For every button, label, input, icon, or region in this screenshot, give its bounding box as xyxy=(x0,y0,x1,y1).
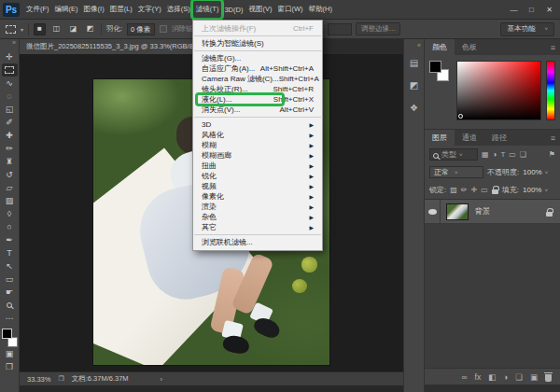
blur-tool[interactable]: ◊ xyxy=(2,207,18,220)
dock-properties-icon[interactable]: ▤ xyxy=(407,56,422,71)
toolbox-collapse-icon[interactable]: » xyxy=(12,39,19,50)
menu-image[interactable]: 图像(I) xyxy=(81,1,107,18)
menu-layer[interactable]: 图层(L) xyxy=(107,1,135,18)
menu-item-blur-gallery[interactable]: 模糊画廊 ▶ xyxy=(193,150,322,161)
menu-help[interactable]: 帮助(H) xyxy=(306,1,335,18)
menu-window[interactable]: 窗口(W) xyxy=(274,1,305,18)
tab-swatches[interactable]: 色板 xyxy=(455,39,484,55)
spot-healing-brush-tool[interactable]: ✚ xyxy=(2,129,18,142)
menu-item-video[interactable]: 视频 ▶ xyxy=(193,181,322,191)
workspace-switcher[interactable]: 基本功能 ˅ xyxy=(500,22,554,36)
color-spectrum-picker[interactable] xyxy=(456,61,541,120)
menu-filter[interactable]: 滤镜(T) xyxy=(193,1,222,18)
menu-file[interactable]: 文件(F) xyxy=(23,1,52,18)
menu-type[interactable]: 文字(Y) xyxy=(135,1,164,18)
foreground-color-swatch[interactable] xyxy=(429,61,441,73)
antialias-checkbox[interactable] xyxy=(160,25,167,33)
menu-item-stylize[interactable]: 风格化 ▶ xyxy=(193,130,322,140)
path-selection-tool[interactable]: ↖ xyxy=(2,259,18,273)
gradient-tool[interactable]: ▨ xyxy=(2,194,18,207)
menu-item-vanishing-point[interactable]: 消失点(V)... Alt+Ctrl+V xyxy=(193,105,322,115)
filter-pin-icon[interactable]: ⚑ xyxy=(549,150,555,159)
opacity-field[interactable]: 100% ˅ xyxy=(523,168,548,176)
quick-mask-button[interactable]: ▣ xyxy=(2,347,18,360)
fill-field[interactable]: 100% ˅ xyxy=(523,186,548,194)
menu-item-noise[interactable]: 杂色 ▶ xyxy=(193,212,322,222)
menu-edit[interactable]: 编辑(E) xyxy=(52,1,81,18)
menu-view[interactable]: 视图(V) xyxy=(245,1,274,18)
filter-adjustment-icon[interactable]: ◑ xyxy=(493,150,497,159)
rectangle-tool[interactable]: ▭ xyxy=(2,273,18,286)
tab-color[interactable]: 颜色 xyxy=(425,39,455,55)
menu-item-distort[interactable]: 扭曲 ▶ xyxy=(193,161,322,171)
status-chevron-icon[interactable]: › xyxy=(161,375,163,384)
zoom-tool[interactable] xyxy=(2,299,18,312)
maximize-button[interactable]: □ xyxy=(523,3,540,17)
tool-preset-marquee-icon[interactable] xyxy=(6,25,16,34)
intersect-selection-button[interactable]: ◩ xyxy=(84,23,96,35)
eraser-tool[interactable]: ▱ xyxy=(2,181,18,194)
layer-row-background[interactable]: 背景 xyxy=(425,200,560,224)
type-tool[interactable]: T xyxy=(2,246,18,259)
layer-mask-icon[interactable]: ◧ xyxy=(488,372,496,382)
document-tab[interactable]: 微信图片_20250825115535_3_3.jpg @ 33.3%(RGB/… xyxy=(20,39,212,54)
dock-libraries-icon[interactable]: ❖ xyxy=(407,101,422,116)
menu-item-convert-smart-filters[interactable]: 转换为智能滤镜(S) xyxy=(193,38,322,49)
hue-slider[interactable] xyxy=(546,61,555,120)
menu-item-other[interactable]: 其它 ▶ xyxy=(193,222,322,232)
link-layers-icon[interactable]: ∞ xyxy=(461,372,467,382)
menu-item-sharpen[interactable]: 锐化 ▶ xyxy=(193,171,322,181)
history-brush-tool[interactable]: ↺ xyxy=(2,168,18,181)
lock-position-icon[interactable]: ✛ xyxy=(471,186,478,194)
add-to-selection-button[interactable]: ◫ xyxy=(50,23,63,35)
move-tool[interactable]: ✛ xyxy=(2,50,18,63)
menu-item-camera-raw[interactable]: Camera Raw 滤镜(C)... Shift+Ctrl+A xyxy=(193,74,322,84)
minimize-button[interactable]: — xyxy=(505,3,523,17)
tab-layers[interactable]: 图层 xyxy=(425,130,455,146)
dock-collapse-icon[interactable]: « xyxy=(417,42,424,49)
hand-tool[interactable]: ☛ xyxy=(2,286,18,299)
rectangular-marquee-tool[interactable] xyxy=(2,63,18,77)
delete-layer-icon[interactable] xyxy=(545,374,552,382)
refine-edge-button[interactable]: 调整边缘... xyxy=(356,22,400,35)
layer-style-icon[interactable]: fx xyxy=(475,372,482,382)
new-selection-button[interactable]: ■ xyxy=(34,23,46,35)
tab-channels[interactable]: 通道 xyxy=(455,130,484,146)
panel-menu-icon[interactable]: ≡ xyxy=(551,133,560,143)
blend-mode-select[interactable]: 正常 ˅ xyxy=(429,166,483,178)
lock-pixels-icon[interactable]: ✏ xyxy=(461,186,468,194)
zoom-level-field[interactable]: 33.33% xyxy=(27,375,50,384)
panel-menu-icon[interactable]: ≡ xyxy=(551,43,560,52)
layer-filter-select[interactable]: 类型 ˅ xyxy=(429,148,478,161)
menu-item-blur[interactable]: 模糊 ▶ xyxy=(193,140,322,150)
filter-type-icon[interactable]: T xyxy=(500,150,505,159)
crop-tool[interactable]: ◱ xyxy=(2,103,18,116)
subtract-from-selection-button[interactable]: ◪ xyxy=(67,23,79,35)
close-button[interactable]: ✕ xyxy=(540,3,558,17)
dock-adjustments-icon[interactable]: ◩ xyxy=(407,78,422,93)
feather-input[interactable]: 0 像素 xyxy=(127,23,155,35)
menu-item-liquify[interactable]: 液化(L)... Shift+Ctrl+X xyxy=(193,94,322,105)
clone-stamp-tool[interactable]: ♜ xyxy=(2,155,18,168)
menu-item-browse-filters-online[interactable]: 浏览联机滤镜... xyxy=(193,237,322,247)
layer-thumbnail[interactable] xyxy=(446,203,469,220)
edit-toolbar-button[interactable]: ⋯ xyxy=(2,312,18,325)
foreground-color-swatch[interactable] xyxy=(2,329,12,339)
layer-visibility-toggle[interactable] xyxy=(425,200,441,223)
menu-item-render[interactable]: 渲染 ▶ xyxy=(193,202,322,212)
lock-transparency-icon[interactable]: ▨ xyxy=(450,186,457,194)
menu-item-filter-gallery[interactable]: 滤镜库(G)... xyxy=(193,53,322,63)
filter-shape-icon[interactable]: ▭ xyxy=(509,150,516,159)
menu-item-3d[interactable]: 3D ▶ xyxy=(193,119,322,130)
filter-image-icon[interactable]: ▦ xyxy=(482,150,489,159)
tool-preset-caret-icon[interactable]: ▾ xyxy=(21,26,23,33)
pen-tool[interactable]: ✒ xyxy=(2,233,18,246)
brush-tool[interactable]: ✏ xyxy=(2,142,18,155)
filter-smart-object-icon[interactable]: ❏ xyxy=(520,150,526,159)
eyedropper-tool[interactable]: ✐ xyxy=(2,116,18,129)
tab-paths[interactable]: 路径 xyxy=(484,130,514,146)
dodge-tool[interactable]: ○ xyxy=(2,220,18,233)
menu-item-pixelate[interactable]: 像素化 ▶ xyxy=(193,191,322,202)
menu-3d[interactable]: 3D(D) xyxy=(221,2,245,18)
lock-all-icon[interactable] xyxy=(492,189,498,194)
